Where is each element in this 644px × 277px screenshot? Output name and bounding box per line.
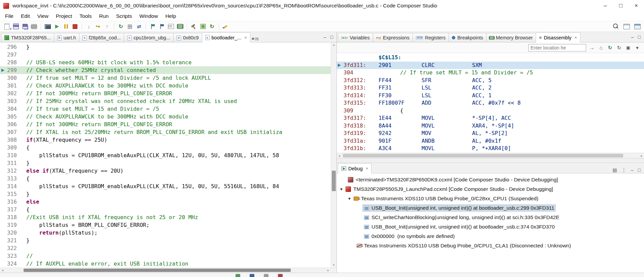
disassembly-row[interactable]: 3fd312:FF44SFRACC, 5: [337, 77, 644, 84]
minimized-view-icon[interactable]: [236, 274, 240, 277]
code-editor[interactable]: 296}297298// USB-LS needs 60MHz bit cloc…: [0, 42, 331, 268]
disassembly-row[interactable]: 3fd31a:901FANDBAL, #0x1f: [337, 137, 644, 145]
scroll-up-icon[interactable]: [331, 42, 336, 47]
step-over-icon[interactable]: [94, 23, 102, 31]
line-number[interactable]: 315: [6, 190, 21, 198]
line-number[interactable]: 319: [6, 221, 21, 229]
code-line[interactable]: 316else: [0, 198, 331, 206]
editor-vertical-scrollbar[interactable]: [331, 42, 336, 268]
line-number[interactable]: 301: [6, 82, 21, 90]
code-line[interactable]: 301// Check AUXPLLRAWCLK to be 300MHz wi…: [0, 82, 331, 90]
auto-refresh-icon[interactable]: [607, 44, 613, 51]
tab-uart-h[interactable]: h uart.h: [54, 33, 79, 42]
code-line[interactable]: 297: [0, 51, 331, 59]
line-number[interactable]: 308: [6, 136, 21, 144]
maximize-button[interactable]: □: [613, 0, 629, 11]
edit-pencil-icon[interactable]: [222, 23, 230, 31]
save-all-icon[interactable]: [21, 23, 29, 31]
menu-window[interactable]: Window: [136, 11, 162, 21]
line-number[interactable]: 309: [6, 144, 21, 151]
line-number[interactable]: 305: [6, 113, 21, 120]
line-number[interactable]: 311: [6, 159, 21, 167]
build-icon[interactable]: [190, 23, 198, 31]
scroll-right-icon[interactable]: [639, 153, 644, 158]
terminate-icon[interactable]: [71, 23, 79, 31]
menu-scripts[interactable]: Scripts: [112, 11, 136, 21]
disassembly-row[interactable]: 3fd314:FF30LSLACC, 1: [337, 92, 644, 100]
tab-breakpoints[interactable]: Breakpoints: [449, 33, 487, 42]
scroll-left-icon[interactable]: [0, 268, 5, 273]
step-into-icon[interactable]: [85, 23, 93, 31]
code-line[interactable]: 310 pllStatus = CPU1BROM_enableAuxPLL(CL…: [0, 151, 331, 159]
menu-project[interactable]: Project: [52, 11, 76, 21]
tab-expressions[interactable]: x+y Expressions: [373, 33, 413, 42]
flag-blue-icon[interactable]: [158, 23, 166, 31]
debug-thread-row[interactable]: Texas Instruments XDS110 USB Debug Probe…: [337, 194, 644, 203]
scroll-down-icon[interactable]: [331, 263, 336, 268]
line-number[interactable]: 298: [6, 59, 21, 66]
refresh-icon[interactable]: [208, 23, 216, 31]
code-line[interactable]: 313{: [0, 175, 331, 182]
close-button[interactable]: ×: [629, 0, 644, 11]
maximize-view-icon[interactable]: [638, 167, 641, 173]
disassembly-horizontal-scrollbar[interactable]: [337, 153, 644, 158]
disassembly-row[interactable]: 3fd318:8A44MOVLXAR4, *-SP[4]: [337, 122, 644, 130]
save-icon[interactable]: [12, 23, 20, 31]
flash-program-icon[interactable]: [199, 23, 207, 31]
code-line[interactable]: 318//Exit USB init if XTAL frequency is …: [0, 213, 331, 221]
code-line[interactable]: 298// USB-LS needs 60MHz bit clock with …: [0, 59, 331, 66]
tab-registers[interactable]: 1010 Registers: [413, 33, 449, 42]
tab-0x80c9[interactable]: ≡ 0x80c9: [173, 33, 202, 42]
location-input[interactable]: [528, 44, 586, 51]
home-icon[interactable]: [598, 44, 604, 51]
line-number[interactable]: 312: [6, 167, 21, 175]
open-perspective-icon[interactable]: [622, 23, 631, 31]
expand-arrow-icon[interactable]: [347, 197, 352, 201]
code-line[interactable]: 312else if(XTAL_frequency == 20U): [0, 167, 331, 175]
expand-arrow-icon[interactable]: [339, 187, 344, 191]
code-line[interactable]: 314 pllStatus = CPU1BROM_enableAuxPLL(CL…: [0, 182, 331, 190]
line-number[interactable]: 299: [6, 66, 21, 74]
flag-teal-icon[interactable]: [149, 23, 157, 31]
tab-bootloader-usb[interactable]: c bootloader_... ×: [202, 32, 250, 42]
disassembly-row[interactable]: 3fd315:FF18007FADDACC, #0x7f << 8: [337, 99, 644, 107]
code-line[interactable]: 302// If not 300MHz return BROM_PLL_CONF…: [0, 90, 331, 97]
code-line[interactable]: 299// Check whether 25MHz crystal connec…: [0, 66, 331, 74]
menu-file[interactable]: File: [1, 11, 17, 21]
restart-icon[interactable]: [117, 23, 125, 31]
line-number[interactable]: 317: [6, 206, 21, 213]
registers-grid-icon[interactable]: [126, 23, 134, 31]
goto-pc-icon[interactable]: [588, 44, 595, 51]
code-line[interactable]: 317{: [0, 206, 331, 213]
step-return-icon[interactable]: [103, 23, 111, 31]
minimized-view-icon[interactable]: [250, 274, 254, 277]
disassembly-row[interactable]: 3fd319:9242MOVAL, *-SP[2]: [337, 130, 644, 137]
tab-overflow-chevron[interactable]: » 70: [250, 35, 260, 42]
code-line[interactable]: 308if(XTAL_frequency == 25U): [0, 136, 331, 144]
menu-view[interactable]: View: [34, 11, 52, 21]
code-line[interactable]: 323//: [0, 252, 331, 260]
line-number[interactable]: 322: [6, 244, 21, 252]
tab-memory-browser[interactable]: Memory Browser: [486, 33, 536, 42]
line-number[interactable]: 310: [6, 151, 21, 159]
code-line[interactable]: 300// If true set MULT = 12 and Divider …: [0, 74, 331, 82]
scroll-left-icon[interactable]: [337, 153, 342, 158]
minimized-view-icon[interactable]: [264, 274, 269, 277]
disassembly-row[interactable]: 309{: [337, 107, 644, 115]
line-number[interactable]: 307: [6, 128, 21, 136]
view-layout-icon[interactable]: [613, 167, 617, 173]
scroll-right-icon[interactable]: [326, 268, 331, 273]
view-menu-icon[interactable]: [621, 167, 627, 173]
minimize-view-icon[interactable]: [324, 34, 326, 40]
search-icon[interactable]: [612, 23, 620, 31]
disassembly-row[interactable]: 3fd311:2901CLRCSXM: [337, 62, 644, 69]
maximize-view-icon[interactable]: [330, 34, 333, 40]
code-line[interactable]: 303// If 25MHz crystal was not connected…: [0, 97, 331, 105]
debug-session-row[interactable]: TMS320F28P550SJ9_LaunchPad.ccxml [Code C…: [337, 184, 644, 194]
line-number[interactable]: 296: [6, 43, 21, 51]
pane-sash[interactable]: [337, 158, 644, 163]
tab-debug[interactable]: Debug ×: [338, 163, 371, 173]
debug-thread-disconnected-row[interactable]: Texas Instruments XDS110 USB Debug Probe…: [337, 241, 644, 250]
tab-f28p65x-cod[interactable]: c f28p65x_cod...: [79, 33, 124, 42]
disassembly-row[interactable]: 3fd313:FF31LSLACC, 2: [337, 84, 644, 92]
